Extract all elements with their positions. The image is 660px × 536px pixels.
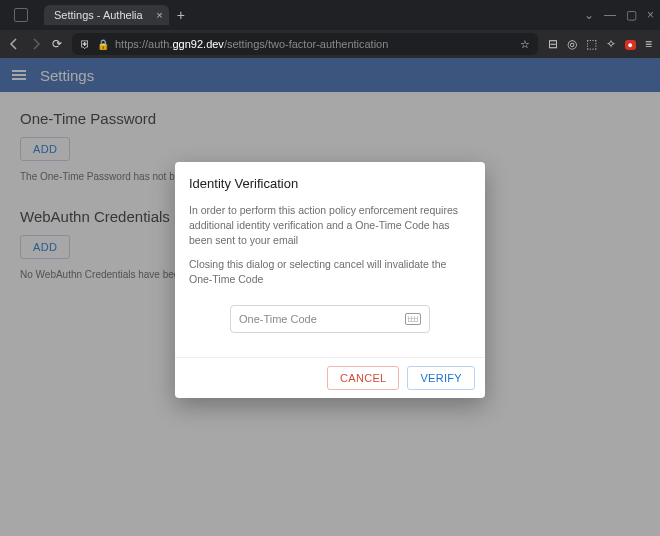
cancel-button[interactable]: CANCEL [327, 366, 399, 390]
verify-button[interactable]: VERIFY [407, 366, 475, 390]
tab-title: Settings - Authelia [54, 9, 143, 21]
app-viewport: Settings One-Time Password ADD The One-T… [0, 58, 660, 536]
dialog-actions: CANCEL VERIFY [175, 357, 485, 398]
window-close-icon[interactable]: × [647, 8, 654, 22]
dialog-text-1: In order to perform this action policy e… [189, 203, 471, 249]
browser-toolbar: ⟳ ⛨ 🔒 https://auth.ggn92.dev/settings/tw… [0, 30, 660, 58]
lock-icon: 🔒 [97, 39, 109, 50]
reload-icon[interactable]: ⟳ [52, 37, 62, 51]
toolbar-right-icons: ⊟ ◎ ⬚ ✧ ● ≡ [548, 37, 652, 51]
nav-back-icon[interactable] [8, 38, 20, 50]
dialog-text-2: Closing this dialog or selecting cancel … [189, 257, 471, 287]
otp-field-wrap [189, 305, 471, 333]
downloads-icon[interactable]: ⬚ [586, 37, 597, 51]
window-app-icon [14, 8, 28, 22]
identity-verification-dialog: Identity Verification In order to perfor… [175, 162, 485, 398]
one-time-code-field[interactable] [230, 305, 430, 333]
modal-scrim[interactable]: Identity Verification In order to perfor… [0, 58, 660, 536]
extensions-icon[interactable]: ✧ [606, 37, 616, 51]
browser-tab[interactable]: Settings - Authelia × [44, 5, 169, 25]
nav-forward-icon[interactable] [30, 38, 42, 50]
dialog-title: Identity Verification [175, 162, 485, 199]
reader-icon[interactable]: ⊟ [548, 37, 558, 51]
window-minimize-icon[interactable]: — [604, 8, 616, 22]
keyboard-icon[interactable] [405, 313, 421, 325]
tab-close-icon[interactable]: × [156, 9, 162, 21]
window-controls: ⌄ — ▢ × [584, 8, 654, 22]
account-icon[interactable]: ◎ [567, 37, 577, 51]
dialog-body: In order to perform this action policy e… [175, 199, 485, 357]
window-titlebar: Settings - Authelia × + ⌄ — ▢ × [0, 0, 660, 30]
window-dropdown-icon[interactable]: ⌄ [584, 8, 594, 22]
address-bar[interactable]: ⛨ 🔒 https://auth.ggn92.dev/settings/two-… [72, 33, 538, 55]
new-tab-button[interactable]: + [177, 7, 185, 23]
bookmark-star-icon[interactable]: ☆ [520, 38, 530, 51]
shield-icon: ⛨ [80, 38, 91, 50]
one-time-code-input[interactable] [239, 313, 401, 325]
overflow-menu-icon[interactable]: ≡ [645, 37, 652, 51]
window-maximize-icon[interactable]: ▢ [626, 8, 637, 22]
notification-badge[interactable]: ● [625, 37, 636, 51]
url-text: https://auth.ggn92.dev/settings/two-fact… [115, 38, 514, 50]
